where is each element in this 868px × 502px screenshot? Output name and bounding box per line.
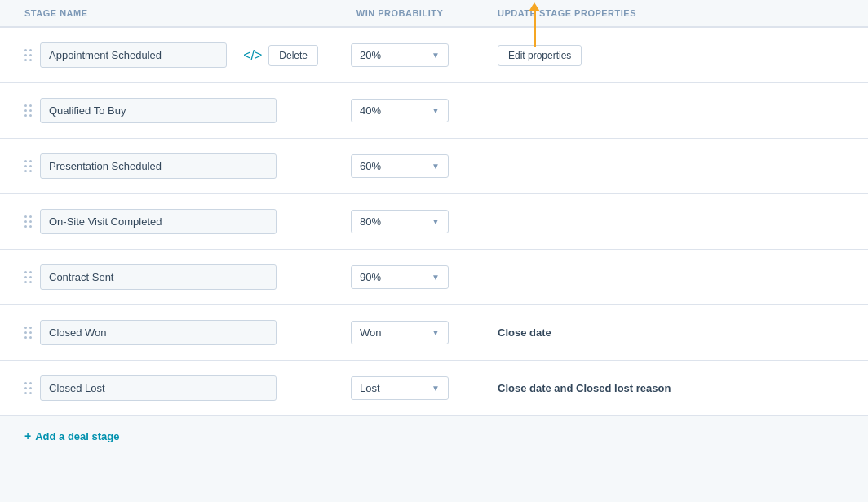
probability-dropdown[interactable]: 60% ▼ [351,154,449,178]
stage-row-left: </> Delete [24,42,318,68]
pipeline-stages-container: STAGE NAME WIN PROBABILITY UPDATE STAGE … [0,0,868,502]
stage-row-left [24,264,318,290]
drag-handle[interactable] [24,49,32,61]
chevron-down-icon: ▼ [432,217,440,226]
probability-value: 60% [360,160,381,172]
stage-properties-cell: Edit properties [481,45,844,66]
drag-handle[interactable] [24,382,32,394]
probability-dropdown[interactable]: Won ▼ [351,321,449,344]
drag-handle[interactable] [24,271,32,283]
stage-row-left [24,375,318,401]
stage-row-left [24,209,318,234]
stage-name-input[interactable] [40,375,277,401]
probability-dropdown[interactable]: 40% ▼ [351,99,449,122]
win-probability-cell: Won ▼ [318,321,481,344]
stages-list: </> Delete 20% ▼ Edit properties [0,27,868,416]
drag-handle[interactable] [24,327,32,339]
stage-row-left [24,153,318,179]
probability-value: 90% [360,271,381,283]
probability-value: 80% [360,215,381,228]
chevron-down-icon: ▼ [432,273,440,282]
probability-dropdown[interactable]: 80% ▼ [351,210,449,233]
chevron-down-icon: ▼ [432,384,440,393]
chevron-down-icon: ▼ [432,106,440,115]
probability-value: Lost [360,382,380,394]
stage-row-actions: </> Delete [243,45,318,66]
stage-properties-text: Close date [498,327,551,339]
win-probability-cell: 60% ▼ [318,154,481,178]
probability-value: 20% [360,49,381,61]
code-icon[interactable]: </> [243,48,262,63]
stage-row: </> Delete 20% ▼ Edit properties [0,27,868,83]
win-probability-cell: 90% ▼ [318,265,481,289]
stage-properties-cell: Close date [481,327,844,339]
drag-handle[interactable] [24,104,32,117]
stage-name-header: STAGE NAME [24,8,318,18]
plus-icon: + [24,429,31,442]
stage-name-input[interactable] [40,98,277,123]
update-stage-header: UPDATE STAGE PROPERTIES [481,8,844,18]
delete-button[interactable]: Delete [268,45,318,66]
stage-row: Won ▼ Close date [0,305,868,361]
stage-name-input[interactable] [40,42,227,68]
edit-properties-button[interactable]: Edit properties [498,45,582,66]
probability-value: 40% [360,104,381,117]
stage-row: 40% ▼ [0,83,868,139]
win-probability-cell: 80% ▼ [318,210,481,233]
chevron-down-icon: ▼ [432,162,440,171]
stage-name-input[interactable] [40,153,277,179]
stage-name-input[interactable] [40,209,277,234]
win-probability-header: WIN PROBABILITY [318,8,481,18]
probability-value: Won [360,327,382,339]
stage-row: 80% ▼ [0,194,868,250]
add-stage-row: + Add a deal stage [0,416,868,455]
stage-row: 60% ▼ [0,139,868,194]
stage-row-left [24,320,318,345]
drag-handle[interactable] [24,215,32,228]
probability-dropdown[interactable]: 20% ▼ [351,43,449,67]
chevron-down-icon: ▼ [432,51,440,60]
stage-row-left [24,98,318,123]
stage-row: 90% ▼ [0,250,868,305]
stage-name-input[interactable] [40,320,277,345]
stage-name-input[interactable] [40,264,277,290]
table-header: STAGE NAME WIN PROBABILITY UPDATE STAGE … [0,0,868,27]
chevron-down-icon: ▼ [432,328,440,337]
stage-row: Lost ▼ Close date and Closed lost reason [0,361,868,416]
probability-dropdown[interactable]: Lost ▼ [351,376,449,400]
win-probability-cell: 20% ▼ [318,43,481,67]
win-probability-cell: Lost ▼ [318,376,481,400]
win-probability-cell: 40% ▼ [318,99,481,122]
probability-dropdown[interactable]: 90% ▼ [351,265,449,289]
add-stage-label: Add a deal stage [35,430,119,442]
drag-handle[interactable] [24,160,32,172]
stage-properties-text: Close date and Closed lost reason [498,382,671,394]
add-deal-stage-button[interactable]: + Add a deal stage [24,429,120,442]
stage-properties-cell: Close date and Closed lost reason [481,382,844,394]
